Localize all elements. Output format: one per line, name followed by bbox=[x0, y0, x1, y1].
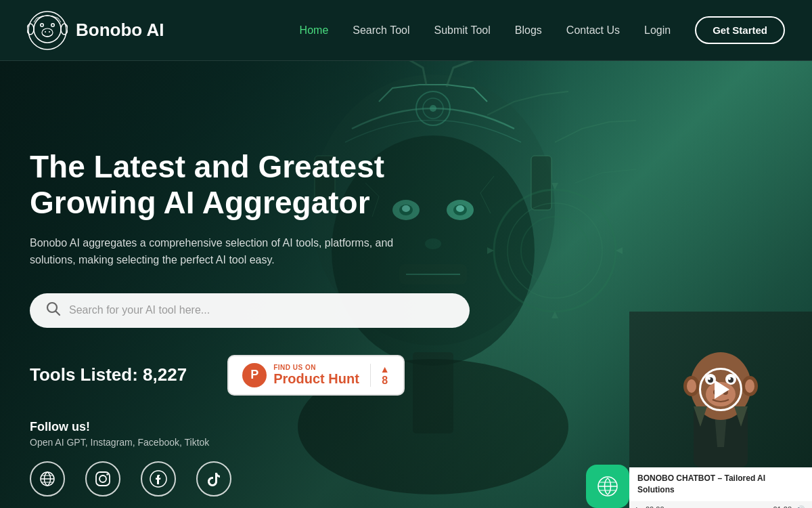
svg-point-9 bbox=[45, 31, 46, 33]
product-hunt-badge[interactable]: P FIND US ON Product Hunt ▲ 8 bbox=[227, 355, 405, 396]
product-hunt-text: FIND US ON Product Hunt bbox=[273, 364, 359, 387]
ph-votes: ▲ 8 bbox=[370, 364, 390, 387]
logo-text: Bonobo AI bbox=[76, 20, 164, 41]
product-hunt-icon: P bbox=[242, 363, 267, 387]
hero-content: The Latest and Greatest Growing AI Aggre… bbox=[30, 149, 490, 503]
follow-section: Follow us! Open AI GPT, Instagram, Faceb… bbox=[30, 420, 490, 496]
svg-point-45 bbox=[687, 379, 696, 393]
follow-subtitle: Open AI GPT, Instagram, Facebook, Tiktok bbox=[30, 437, 490, 448]
logo-icon bbox=[27, 10, 68, 51]
video-play-button[interactable] bbox=[699, 368, 742, 411]
ph-find-label: FIND US ON bbox=[273, 364, 359, 371]
nav-submit-tool[interactable]: Submit Tool bbox=[434, 24, 491, 37]
facebook-icon[interactable] bbox=[141, 461, 176, 496]
nav-search-tool[interactable]: Search Tool bbox=[353, 24, 409, 37]
header: Bonobo AI Home Search Tool Submit Tool B… bbox=[0, 0, 812, 61]
follow-title: Follow us! bbox=[30, 420, 490, 434]
nav-home[interactable]: Home bbox=[300, 24, 329, 37]
openai-gpt-icon[interactable] bbox=[30, 461, 65, 496]
play-triangle-icon bbox=[715, 380, 729, 399]
logo[interactable]: Bonobo AI bbox=[27, 10, 164, 51]
get-started-button[interactable]: Get Started bbox=[695, 16, 785, 44]
tiktok-icon[interactable] bbox=[196, 461, 231, 496]
main-nav: Home Search Tool Submit Tool Blogs Conta… bbox=[300, 16, 785, 44]
hero-section: The Latest and Greatest Growing AI Aggre… bbox=[0, 61, 812, 508]
video-title: BONOBO CHATBOT – Tailored AI Solutions bbox=[629, 467, 812, 501]
stats-row: Tools Listed: 8,227 P FIND US ON Product… bbox=[30, 355, 490, 396]
video-controls: ▶ 00:00 01:28 🔊 bbox=[629, 501, 812, 508]
search-bar bbox=[30, 293, 470, 328]
hero-subtitle: Bonobo AI aggregates a comprehensive sel… bbox=[30, 234, 436, 269]
social-icons bbox=[30, 461, 490, 496]
svg-point-10 bbox=[49, 31, 50, 33]
chatgpt-button[interactable] bbox=[586, 465, 629, 508]
video-volume-icon[interactable]: 🔊 bbox=[796, 505, 805, 508]
svg-point-37 bbox=[99, 475, 106, 482]
video-panel: BONOBO CHATBOT – Tailored AI Solutions ▶… bbox=[629, 312, 812, 508]
nav-login[interactable]: Login bbox=[644, 24, 671, 37]
video-time-total: 01:28 bbox=[773, 505, 792, 508]
nav-blogs[interactable]: Blogs bbox=[515, 24, 542, 37]
svg-point-6 bbox=[41, 24, 43, 26]
nav-contact-us[interactable]: Contact Us bbox=[566, 24, 620, 37]
svg-point-7 bbox=[52, 24, 54, 26]
video-thumbnail bbox=[629, 312, 812, 467]
tools-count: Tools Listed: 8,227 bbox=[30, 364, 187, 385]
svg-line-34 bbox=[56, 311, 60, 315]
search-input[interactable] bbox=[69, 304, 453, 316]
video-time-current: 00:00 bbox=[646, 505, 664, 508]
instagram-icon[interactable] bbox=[85, 461, 120, 496]
search-icon bbox=[46, 301, 61, 320]
hero-title: The Latest and Greatest Growing AI Aggre… bbox=[30, 149, 490, 221]
video-play-control-icon[interactable]: ▶ bbox=[636, 505, 641, 508]
ph-vote-arrow-icon: ▲ bbox=[380, 364, 390, 375]
ph-vote-count: 8 bbox=[382, 375, 388, 387]
svg-point-46 bbox=[745, 379, 754, 393]
ph-name: Product Hunt bbox=[273, 371, 359, 387]
svg-point-38 bbox=[106, 473, 108, 475]
chatgpt-icon bbox=[595, 474, 620, 499]
svg-point-3 bbox=[34, 16, 61, 43]
